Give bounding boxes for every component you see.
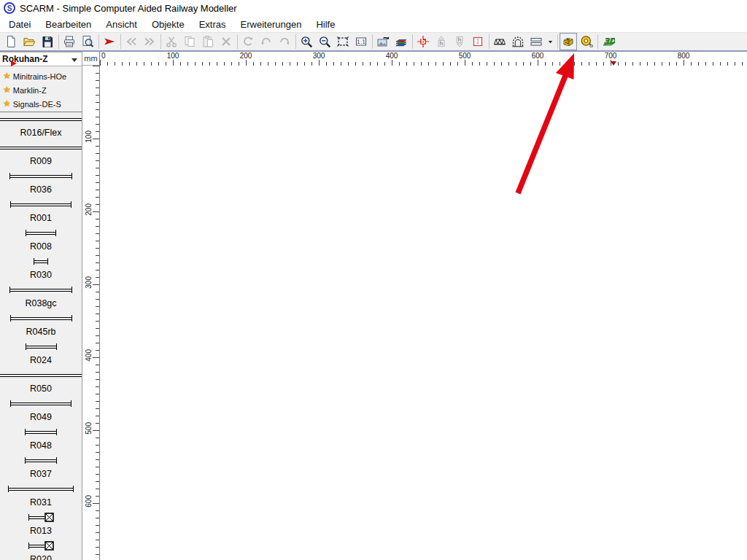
favorite-library-item[interactable]: ★Minitrains-HOe — [0, 69, 82, 83]
toolbar-zoom-actual-button[interactable]: 1:1 — [352, 33, 370, 50]
toolbar-open-button[interactable] — [20, 33, 38, 50]
ruler-label: 500 — [459, 52, 471, 60]
favorite-library-item[interactable]: ★Signals-DE-S — [0, 97, 82, 111]
favorite-libraries-list: ★Minitrains-HOe★Marklin-Z★Signals-DE-S — [0, 66, 82, 111]
part-item[interactable]: R045rb — [0, 311, 82, 340]
ruler-position-marker-icon — [11, 61, 17, 66]
part-item[interactable]: R009 — [0, 141, 82, 169]
straight-track-shape — [9, 173, 72, 179]
height-up-icon: h — [435, 35, 448, 48]
menu-bearbeiten[interactable]: Bearbeiten — [38, 18, 98, 31]
part-item[interactable]: R001 — [0, 198, 82, 226]
layout-canvas[interactable] — [101, 66, 747, 560]
toolbar-undo-button[interactable] — [258, 33, 275, 50]
toolbar-rotate-button[interactable] — [239, 33, 257, 50]
part-label: R038gc — [0, 297, 82, 311]
ruler-tick — [96, 204, 99, 205]
ruler-tick — [96, 343, 99, 343]
toolbar-zoom-out-button[interactable] — [316, 33, 333, 50]
part-item[interactable]: R050 — [0, 368, 82, 397]
text-note-icon: I — [471, 35, 484, 48]
menu-ansicht[interactable]: Ansicht — [98, 18, 144, 31]
ruler-tick — [96, 532, 99, 533]
toolbar-zoom-in-button[interactable] — [298, 33, 315, 50]
part-item[interactable]: R013 — [0, 510, 82, 539]
part-item[interactable]: R024 — [0, 340, 82, 368]
ruler-tick — [465, 60, 465, 66]
part-item[interactable]: R020 — [0, 539, 82, 560]
toolbar-cut-button[interactable] — [163, 33, 180, 50]
toolbar-print-preview-button[interactable] — [79, 33, 96, 50]
library-selector-value: Rokuhan-Z — [2, 54, 48, 64]
toolbar-separator — [412, 34, 413, 49]
menu-hilfe[interactable]: Hilfe — [309, 18, 342, 31]
toolbar-separator — [489, 34, 489, 49]
toolbar-text-note-button[interactable]: I — [469, 33, 487, 50]
toolbar-tape-measure-button[interactable] — [578, 33, 595, 50]
track-graphic — [0, 425, 82, 439]
toolbar-baseboard-height-button[interactable]: b — [414, 33, 432, 50]
toolbar-new-button[interactable] — [2, 33, 20, 50]
toolbar-separator — [597, 34, 598, 49]
nav-back-icon — [125, 35, 138, 48]
ruler-tick — [96, 438, 99, 438]
background-image-icon — [376, 35, 390, 48]
straight-track-shape — [25, 457, 57, 464]
toolbar-view-3d-button[interactable]: 3D — [600, 33, 617, 50]
toolbar-parallel-tracks-button[interactable] — [527, 33, 545, 50]
menu-objekte[interactable]: Objekte — [144, 18, 192, 31]
ruler-tick — [96, 109, 99, 110]
toolbar-bridge-button[interactable] — [491, 33, 508, 50]
toolbar-nav-back-button[interactable] — [123, 33, 140, 50]
ruler-tick — [96, 445, 99, 446]
part-item[interactable]: R030 — [0, 254, 82, 283]
part-item[interactable]: R038gc — [0, 283, 82, 311]
ruler-tick — [96, 182, 99, 183]
toolbar-tunnel-button[interactable] — [509, 33, 527, 50]
toolbar-figures-button[interactable] — [560, 33, 577, 50]
toolbar-select-pointer-button[interactable] — [101, 33, 118, 50]
ruler-tick — [96, 190, 99, 190]
svg-text:h: h — [439, 40, 443, 47]
part-item[interactable]: R036 — [0, 169, 82, 198]
part-item[interactable]: R037 — [0, 454, 82, 482]
menu-erweiterungen[interactable]: Erweiterungen — [233, 18, 309, 31]
ruler-tick — [96, 386, 99, 387]
menu-datei[interactable]: Datei — [1, 18, 38, 31]
toolbar-delete-button[interactable] — [217, 33, 235, 50]
toolbar-height-down-button[interactable]: h — [451, 33, 468, 50]
part-label: R020 — [0, 553, 82, 560]
favorite-library-item[interactable]: ★Marklin-Z — [0, 83, 82, 97]
toolbar-layers-button[interactable] — [392, 33, 410, 50]
toolbar-tracks-dropdown-button[interactable] — [546, 33, 555, 50]
redo-icon — [278, 35, 291, 48]
toolbar-zoom-extents-button[interactable] — [334, 33, 352, 50]
cut-icon — [165, 35, 178, 48]
track-parts-list: R016/FlexR009R036R001R008R030R038gcR045r… — [0, 112, 82, 560]
part-item[interactable]: R031 — [0, 482, 82, 510]
toolbar-print-button[interactable] — [61, 33, 78, 50]
ruler-tick — [93, 211, 99, 212]
ruler-tick — [93, 357, 99, 358]
menu-extras[interactable]: Extras — [192, 18, 233, 31]
toolbar-height-up-button[interactable]: h — [433, 33, 450, 50]
toolbar-redo-button[interactable] — [276, 33, 293, 50]
ruler-label: 300 — [313, 52, 325, 60]
toolbar-copy-button[interactable] — [181, 33, 198, 50]
toolbar-save-button[interactable] — [39, 33, 56, 50]
toolbar-separator — [160, 34, 161, 49]
toolbar-paste-button[interactable] — [199, 33, 217, 50]
part-item[interactable]: R048 — [0, 425, 82, 454]
ruler-tick — [96, 547, 99, 548]
window-title: SCARM - Simple Computer Aided Railway Mo… — [20, 3, 237, 14]
part-item[interactable]: R016/Flex — [0, 112, 82, 141]
part-item[interactable]: R049 — [0, 397, 82, 425]
straight-track-shape — [26, 343, 57, 350]
part-item[interactable]: R008 — [0, 226, 82, 254]
ruler-tick — [96, 80, 99, 81]
straight-track-shape — [10, 315, 72, 322]
ruler-label: 100 — [85, 131, 93, 143]
toolbar-nav-forward-button[interactable] — [141, 33, 158, 50]
toolbar-background-image-button[interactable] — [374, 33, 392, 50]
straight-track-shape — [10, 400, 71, 407]
